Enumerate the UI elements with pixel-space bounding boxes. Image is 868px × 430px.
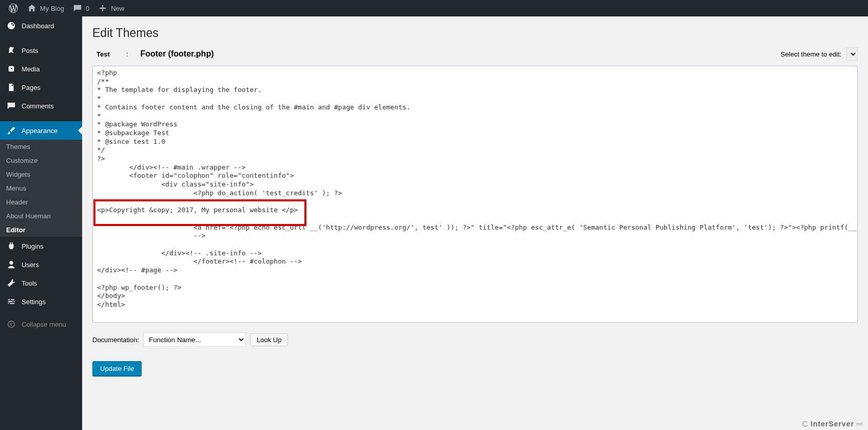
select-theme-area: Select theme to edit:: [781, 47, 858, 61]
file-title: Footer (footer.php): [140, 49, 214, 59]
sidebar-item-tools[interactable]: Tools: [0, 274, 82, 292]
lookup-button[interactable]: Look Up: [250, 333, 288, 346]
submenu-customize[interactable]: Customize: [0, 154, 82, 167]
sliders-icon: [6, 296, 16, 307]
update-file-button[interactable]: Update File: [92, 361, 142, 376]
file-heading-row: Test : Footer (footer.php) Select theme …: [92, 42, 858, 66]
sidebar-label: Dashboard: [22, 22, 54, 30]
submenu-menus[interactable]: Menus: [0, 181, 82, 195]
admin-bar: My Blog 0 New: [0, 0, 868, 16]
sidebar-label: Media: [22, 65, 40, 73]
home-icon: [27, 3, 37, 13]
pin-icon: [6, 45, 16, 55]
appearance-submenu: Themes Customize Widgets Menus Header Ab…: [0, 140, 82, 237]
sidebar-item-plugins[interactable]: Plugins: [0, 237, 82, 255]
sidebar-label: Comments: [22, 102, 54, 110]
sidebar-item-pages[interactable]: Pages: [0, 78, 82, 97]
sidebar-label: Users: [22, 261, 39, 269]
comment-icon: [72, 3, 83, 13]
collapse-icon: [6, 319, 16, 329]
theme-select[interactable]: [846, 47, 858, 61]
comments-count: 0: [86, 5, 89, 12]
submenu-header[interactable]: Header: [0, 195, 82, 209]
submenu-themes[interactable]: Themes: [0, 140, 82, 154]
wp-logo[interactable]: [4, 0, 23, 16]
sidebar-label: Appearance: [22, 127, 57, 135]
comments-link[interactable]: 0: [68, 0, 93, 16]
user-icon: [6, 259, 16, 270]
sidebar-item-dashboard[interactable]: Dashboard: [0, 16, 82, 35]
sidebar-label: Settings: [22, 298, 46, 306]
submenu-editor[interactable]: Editor: [0, 223, 82, 237]
svg-point-0: [8, 321, 15, 328]
sidebar-item-appearance[interactable]: Appearance: [0, 121, 82, 140]
submenu-widgets[interactable]: Widgets: [0, 167, 82, 181]
wrench-icon: [6, 278, 16, 288]
media-icon: [6, 64, 16, 74]
page-title: Edit Themes: [92, 22, 858, 42]
sidebar-item-comments[interactable]: Comments: [0, 97, 82, 115]
site-name-link[interactable]: My Blog: [23, 0, 68, 16]
code-editor[interactable]: [92, 66, 858, 323]
sidebar-collapse[interactable]: Collapse menu: [0, 315, 82, 333]
watermark: InterServer.net: [801, 420, 863, 428]
sidebar-item-posts[interactable]: Posts: [0, 41, 82, 60]
sidebar-label: Collapse menu: [22, 321, 66, 328]
comment-icon: [6, 101, 16, 111]
select-theme-label: Select theme to edit:: [781, 50, 842, 58]
sidebar-item-users[interactable]: Users: [0, 255, 82, 274]
theme-name: Test: [92, 50, 114, 58]
submenu-about-hueman[interactable]: About Hueman: [0, 209, 82, 223]
new-link[interactable]: New: [93, 0, 128, 16]
brush-icon: [6, 125, 16, 136]
documentation-label: Documentation:: [92, 336, 139, 344]
dashboard-icon: [6, 21, 16, 31]
site-name-label: My Blog: [40, 5, 64, 12]
new-label: New: [111, 5, 124, 12]
page-icon: [6, 82, 16, 92]
documentation-row: Documentation: Function Name... Look Up: [92, 332, 858, 347]
sidebar-item-media[interactable]: Media: [0, 60, 82, 78]
sidebar-label: Pages: [22, 84, 41, 91]
sidebar-label: Tools: [22, 279, 37, 287]
admin-sidebar: Dashboard Posts Media Pages Comments App…: [0, 16, 82, 430]
sidebar-label: Plugins: [22, 242, 44, 250]
function-select[interactable]: Function Name...: [143, 332, 246, 347]
plus-icon: [98, 3, 108, 13]
sidebar-label: Posts: [22, 47, 38, 54]
wordpress-icon: [8, 3, 18, 13]
sidebar-item-settings[interactable]: Settings: [0, 292, 82, 311]
plugin-icon: [6, 241, 16, 251]
main-content: Edit Themes Test : Footer (footer.php) S…: [82, 16, 868, 430]
separator: :: [114, 50, 141, 58]
